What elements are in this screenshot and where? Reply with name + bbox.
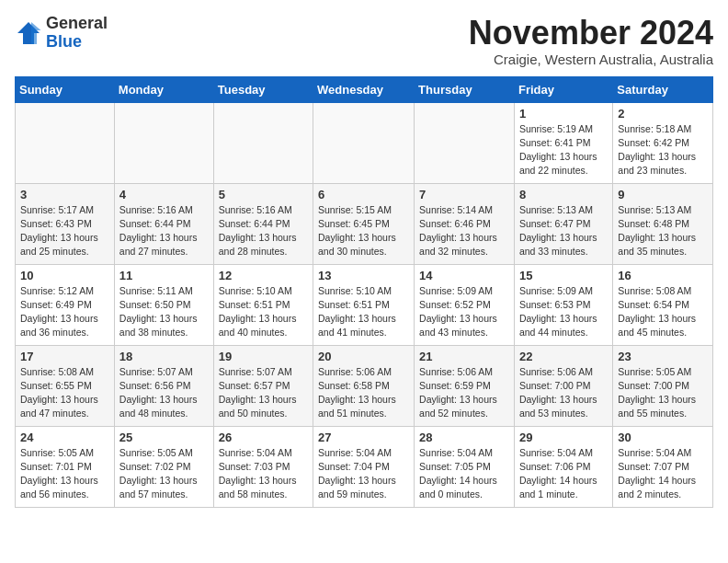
day-number: 29 [519, 431, 608, 444]
calendar-day-cell [16, 102, 115, 183]
calendar-day-cell [114, 102, 213, 183]
calendar-day-cell: 13Sunrise: 5:10 AM Sunset: 6:51 PM Dayli… [313, 264, 415, 345]
day-info: Sunrise: 5:05 AM Sunset: 7:01 PM Dayligh… [20, 446, 109, 502]
day-number: 26 [219, 431, 308, 444]
calendar-week-row: 3Sunrise: 5:17 AM Sunset: 6:43 PM Daylig… [16, 183, 713, 264]
day-of-week-header: Tuesday [213, 76, 313, 102]
calendar-day-cell: 9Sunrise: 5:13 AM Sunset: 6:48 PM Daylig… [613, 183, 713, 264]
calendar-day-cell: 22Sunrise: 5:06 AM Sunset: 7:00 PM Dayli… [514, 345, 612, 426]
calendar-day-cell: 1Sunrise: 5:19 AM Sunset: 6:41 PM Daylig… [514, 102, 612, 183]
day-of-week-header: Wednesday [313, 76, 415, 102]
day-number: 5 [219, 188, 308, 201]
calendar-day-cell [313, 102, 415, 183]
day-of-week-header: Thursday [415, 76, 515, 102]
day-info: Sunrise: 5:18 AM Sunset: 6:42 PM Dayligh… [618, 122, 708, 178]
calendar-day-cell: 29Sunrise: 5:04 AM Sunset: 7:06 PM Dayli… [514, 426, 612, 507]
day-number: 25 [119, 431, 209, 444]
logo: General Blue [15, 15, 108, 52]
calendar-day-cell: 15Sunrise: 5:09 AM Sunset: 6:53 PM Dayli… [514, 264, 612, 345]
calendar-day-cell: 12Sunrise: 5:10 AM Sunset: 6:51 PM Dayli… [213, 264, 313, 345]
calendar-day-cell: 27Sunrise: 5:04 AM Sunset: 7:04 PM Dayli… [313, 426, 415, 507]
day-of-week-header: Saturday [613, 76, 713, 102]
day-number: 9 [618, 188, 708, 201]
day-number: 2 [618, 107, 708, 121]
title-block: November 2024 Craigie, Western Australia… [469, 15, 713, 67]
calendar-day-cell: 8Sunrise: 5:13 AM Sunset: 6:47 PM Daylig… [514, 183, 612, 264]
calendar-day-cell: 16Sunrise: 5:08 AM Sunset: 6:54 PM Dayli… [613, 264, 713, 345]
day-number: 11 [119, 269, 209, 282]
calendar-day-cell: 3Sunrise: 5:17 AM Sunset: 6:43 PM Daylig… [16, 183, 115, 264]
day-info: Sunrise: 5:16 AM Sunset: 6:44 PM Dayligh… [219, 203, 308, 259]
day-info: Sunrise: 5:07 AM Sunset: 6:57 PM Dayligh… [219, 365, 308, 421]
month-title: November 2024 [469, 15, 713, 52]
day-info: Sunrise: 5:09 AM Sunset: 6:52 PM Dayligh… [419, 284, 509, 340]
calendar-day-cell: 7Sunrise: 5:14 AM Sunset: 6:46 PM Daylig… [415, 183, 515, 264]
day-info: Sunrise: 5:12 AM Sunset: 6:49 PM Dayligh… [20, 284, 109, 340]
calendar-day-cell: 4Sunrise: 5:16 AM Sunset: 6:44 PM Daylig… [114, 183, 213, 264]
calendar-day-cell: 26Sunrise: 5:04 AM Sunset: 7:03 PM Dayli… [213, 426, 313, 507]
day-number: 15 [519, 269, 608, 282]
day-number: 21 [419, 350, 509, 363]
day-info: Sunrise: 5:19 AM Sunset: 6:41 PM Dayligh… [519, 122, 608, 178]
day-info: Sunrise: 5:05 AM Sunset: 7:02 PM Dayligh… [119, 446, 209, 502]
calendar-day-cell: 23Sunrise: 5:05 AM Sunset: 7:00 PM Dayli… [613, 345, 713, 426]
calendar-day-cell: 5Sunrise: 5:16 AM Sunset: 6:44 PM Daylig… [213, 183, 313, 264]
day-info: Sunrise: 5:04 AM Sunset: 7:04 PM Dayligh… [318, 446, 409, 502]
day-number: 4 [119, 188, 209, 201]
calendar-header-row: SundayMondayTuesdayWednesdayThursdayFrid… [16, 76, 713, 102]
logo-blue: Blue [46, 32, 82, 51]
day-number: 24 [20, 431, 109, 444]
logo-text: General Blue [46, 15, 108, 52]
calendar-week-row: 1Sunrise: 5:19 AM Sunset: 6:41 PM Daylig… [16, 102, 713, 183]
day-number: 7 [419, 188, 509, 201]
calendar-day-cell: 24Sunrise: 5:05 AM Sunset: 7:01 PM Dayli… [16, 426, 115, 507]
day-info: Sunrise: 5:06 AM Sunset: 6:58 PM Dayligh… [318, 365, 409, 421]
calendar-day-cell: 6Sunrise: 5:15 AM Sunset: 6:45 PM Daylig… [313, 183, 415, 264]
calendar-day-cell: 10Sunrise: 5:12 AM Sunset: 6:49 PM Dayli… [16, 264, 115, 345]
day-info: Sunrise: 5:09 AM Sunset: 6:53 PM Dayligh… [519, 284, 608, 340]
calendar-day-cell: 21Sunrise: 5:06 AM Sunset: 6:59 PM Dayli… [415, 345, 515, 426]
calendar-week-row: 17Sunrise: 5:08 AM Sunset: 6:55 PM Dayli… [16, 345, 713, 426]
calendar-day-cell: 28Sunrise: 5:04 AM Sunset: 7:05 PM Dayli… [415, 426, 515, 507]
day-number: 27 [318, 431, 409, 444]
day-of-week-header: Sunday [16, 76, 115, 102]
day-number: 8 [519, 188, 608, 201]
day-info: Sunrise: 5:13 AM Sunset: 6:48 PM Dayligh… [618, 203, 708, 259]
day-number: 1 [519, 107, 608, 121]
day-info: Sunrise: 5:10 AM Sunset: 6:51 PM Dayligh… [318, 284, 409, 340]
day-number: 23 [618, 350, 708, 363]
location: Craigie, Western Australia, Australia [469, 52, 713, 67]
day-info: Sunrise: 5:08 AM Sunset: 6:55 PM Dayligh… [20, 365, 109, 421]
calendar-week-row: 24Sunrise: 5:05 AM Sunset: 7:01 PM Dayli… [16, 426, 713, 507]
logo-general: General [46, 14, 108, 32]
day-info: Sunrise: 5:07 AM Sunset: 6:56 PM Dayligh… [119, 365, 209, 421]
day-info: Sunrise: 5:06 AM Sunset: 6:59 PM Dayligh… [419, 365, 509, 421]
day-number: 20 [318, 350, 409, 363]
day-of-week-header: Friday [514, 76, 612, 102]
day-number: 28 [419, 431, 509, 444]
day-info: Sunrise: 5:05 AM Sunset: 7:00 PM Dayligh… [618, 365, 708, 421]
day-number: 18 [119, 350, 209, 363]
calendar-day-cell: 25Sunrise: 5:05 AM Sunset: 7:02 PM Dayli… [114, 426, 213, 507]
calendar-table: SundayMondayTuesdayWednesdayThursdayFrid… [15, 76, 713, 508]
day-info: Sunrise: 5:15 AM Sunset: 6:45 PM Dayligh… [318, 203, 409, 259]
day-info: Sunrise: 5:06 AM Sunset: 7:00 PM Dayligh… [519, 365, 608, 421]
day-number: 16 [618, 269, 708, 282]
day-info: Sunrise: 5:04 AM Sunset: 7:03 PM Dayligh… [219, 446, 308, 502]
logo-icon [15, 19, 42, 47]
day-number: 13 [318, 269, 409, 282]
day-number: 14 [419, 269, 509, 282]
day-info: Sunrise: 5:16 AM Sunset: 6:44 PM Dayligh… [119, 203, 209, 259]
day-number: 6 [318, 188, 409, 201]
calendar-day-cell: 14Sunrise: 5:09 AM Sunset: 6:52 PM Dayli… [415, 264, 515, 345]
day-info: Sunrise: 5:17 AM Sunset: 6:43 PM Dayligh… [20, 203, 109, 259]
calendar-day-cell: 19Sunrise: 5:07 AM Sunset: 6:57 PM Dayli… [213, 345, 313, 426]
calendar-day-cell: 17Sunrise: 5:08 AM Sunset: 6:55 PM Dayli… [16, 345, 115, 426]
day-info: Sunrise: 5:04 AM Sunset: 7:07 PM Dayligh… [618, 446, 708, 502]
day-info: Sunrise: 5:14 AM Sunset: 6:46 PM Dayligh… [419, 203, 509, 259]
day-of-week-header: Monday [114, 76, 213, 102]
calendar-day-cell: 18Sunrise: 5:07 AM Sunset: 6:56 PM Dayli… [114, 345, 213, 426]
day-info: Sunrise: 5:10 AM Sunset: 6:51 PM Dayligh… [219, 284, 308, 340]
day-info: Sunrise: 5:08 AM Sunset: 6:54 PM Dayligh… [618, 284, 708, 340]
day-number: 17 [20, 350, 109, 363]
